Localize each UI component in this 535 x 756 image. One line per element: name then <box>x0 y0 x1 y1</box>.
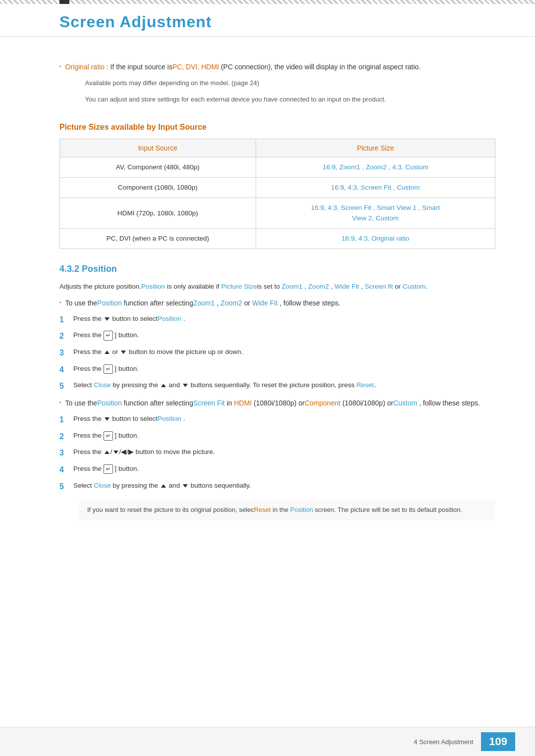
note2: You can adjust and store settings for ea… <box>85 95 495 105</box>
bullet-dot-2: ▪ <box>59 300 61 305</box>
picture-sizes-heading: Picture Sizes available by Input Source <box>59 123 495 132</box>
table-row: Component (1080i, 1080p) 16:9, 4:3, Scre… <box>60 178 495 198</box>
page-number: 109 <box>481 732 515 751</box>
down-arrow-icon-3 <box>183 384 188 387</box>
source-types: PC, DVI, HDMI <box>172 63 219 71</box>
close-ref-2: Close <box>94 482 111 489</box>
bullet2-section: ▪ To use thePosition function after sele… <box>59 398 495 408</box>
step-2-4: 4 Press the ↵ ] button. <box>59 463 495 476</box>
down-arrow-icon <box>105 317 109 321</box>
up-arrow-icon <box>105 351 109 354</box>
table-row: AV, Component (480i, 480p) 16:9, Zoom1 ,… <box>60 157 495 177</box>
component-ref: Component <box>305 399 340 407</box>
down-arrow-icon-5 <box>113 451 118 454</box>
page-title: Screen Adjustment <box>59 13 495 31</box>
down-arrow-icon-2 <box>121 351 126 354</box>
source-cell: Component (1080i, 1080p) <box>60 178 256 198</box>
enter-icon-4: ↵ <box>104 464 113 474</box>
size-cell: 16:9, 4:3, Original ratio <box>256 228 495 249</box>
position-ref-2: Position <box>97 399 122 407</box>
step-1-4: 4 Press the ↵ ] button. <box>59 363 495 376</box>
note-text: If you want to reset the picture to its … <box>87 506 462 513</box>
hdmi-ref: HDMI <box>234 399 252 407</box>
original-ratio-content: Original ratio : If the input source isP… <box>65 61 495 109</box>
reset-ref: Reset <box>357 381 374 389</box>
size-cell: 16:9, 4:3, Screen Fit , Smart View 1 , S… <box>256 198 495 229</box>
zoom2-ref: Zoom2 <box>220 299 242 307</box>
text-after: (PC connection), the video will display … <box>219 63 421 71</box>
step-1-3: 3 Press the or button to move the pictur… <box>59 347 495 359</box>
picture-size-term: Picture Size <box>221 283 257 290</box>
down-arrow-icon-6 <box>183 484 188 488</box>
picture-sizes-table: Input Source Picture Size AV, Component … <box>59 139 495 249</box>
footer-label: 4 Screen Adjustment <box>414 738 473 746</box>
source-cell: HDMI (720p, 1080i, 1080p) <box>60 198 256 229</box>
step-1-5: 5 Select Close by pressing the and butto… <box>59 380 495 393</box>
position-intro: Adjusts the picture position.Position is… <box>59 281 495 292</box>
bullet2-text: To use thePosition function after select… <box>65 399 480 407</box>
original-ratio-section: ▪ Original ratio : If the input source i… <box>59 61 495 109</box>
source-cell: PC, DVI (when a PC is connected) <box>60 228 256 249</box>
bullet-dot-3: ▪ <box>59 400 61 405</box>
position-ref-3: Position <box>158 415 181 422</box>
bullet2-content: To use thePosition function after select… <box>65 398 495 408</box>
wide-fit-ref: Wide Fit <box>252 299 277 307</box>
source-cell: AV, Component (480i, 480p) <box>60 157 256 177</box>
bullet-dot: ▪ <box>59 63 61 69</box>
steps-list-2: 1 Press the button to selectPosition . 2… <box>59 413 495 493</box>
zoom2: Zoom2 <box>308 283 329 290</box>
position-ref: Position <box>158 315 181 322</box>
main-content: ▪ Original ratio : If the input source i… <box>0 37 535 727</box>
position-ref: Position <box>97 299 122 307</box>
size-cell: 16:9, 4:3, Screen Fit , Custom <box>256 178 495 198</box>
original-ratio-text: Original ratio : If the input source isP… <box>65 63 421 71</box>
top-bar-accent <box>59 0 69 4</box>
steps-list-1: 1 Press the button to selectPosition . 2… <box>59 313 495 393</box>
note1: Available ports may differ depending on … <box>85 78 495 89</box>
table-row: PC, DVI (when a PC is connected) 16:9, 4… <box>60 228 495 249</box>
step-2-5: 5 Select Close by pressing the and butto… <box>59 480 495 493</box>
page-footer: 4 Screen Adjustment 109 <box>0 727 535 756</box>
up-arrow-icon-3 <box>161 384 166 387</box>
up-arrow-icon-5 <box>161 484 166 488</box>
reset-ref-2: Reset <box>254 506 271 513</box>
bullet1-content: To use thePosition function after select… <box>65 298 495 308</box>
enter-icon-2: ↵ <box>104 364 113 374</box>
enter-icon-3: ↵ <box>104 431 113 441</box>
custom-ref-2: Custom <box>393 399 417 407</box>
table-row: HDMI (720p, 1080i, 1080p) 16:9, 4:3, Scr… <box>60 198 495 229</box>
bullet1-text: To use thePosition function after select… <box>65 299 341 307</box>
down-arrow-icon-4 <box>105 417 109 421</box>
step-2-1: 1 Press the button to selectPosition . <box>59 413 495 426</box>
top-decorative-bar <box>0 0 535 4</box>
wide-fit: Wide Fit <box>334 283 359 290</box>
custom-ref: Custom <box>403 283 426 290</box>
col-picture-size: Picture Size <box>256 139 495 157</box>
enter-icon: ↵ <box>104 331 113 340</box>
position-term: Position <box>141 283 165 290</box>
step-2-2: 2 Press the ↵ ] button. <box>59 430 495 443</box>
col-input-source: Input Source <box>60 139 256 157</box>
close-ref: Close <box>94 381 111 389</box>
bullet1-section: ▪ To use thePosition function after sele… <box>59 298 495 308</box>
text-before: : If the input source is <box>105 63 172 71</box>
position-subsection-heading: 4.3.2 Position <box>59 264 495 274</box>
step-2-3: 3 Press the //◀/▶ button to move the pic… <box>59 447 495 459</box>
zoom-options: Zoom1 <box>282 283 303 290</box>
position-ref-4: Position <box>290 506 313 513</box>
page-header: Screen Adjustment <box>0 4 535 37</box>
step-1-1: 1 Press the button to selectPosition . <box>59 313 495 326</box>
screen-fit-ref: Screen fit <box>365 283 393 290</box>
size-cell: 16:9, Zoom1 , Zoom2 , 4:3, Custom <box>256 157 495 177</box>
screen-fit-ref-2: Screen Fit <box>193 399 225 407</box>
zoom1-ref: Zoom1 <box>193 299 215 307</box>
note-box: If you want to reset the picture to its … <box>79 500 495 520</box>
step-1-2: 2 Press the ↵ ] button. <box>59 330 495 343</box>
up-arrow-icon-4 <box>105 451 109 454</box>
original-ratio-term: Original ratio <box>65 63 105 71</box>
